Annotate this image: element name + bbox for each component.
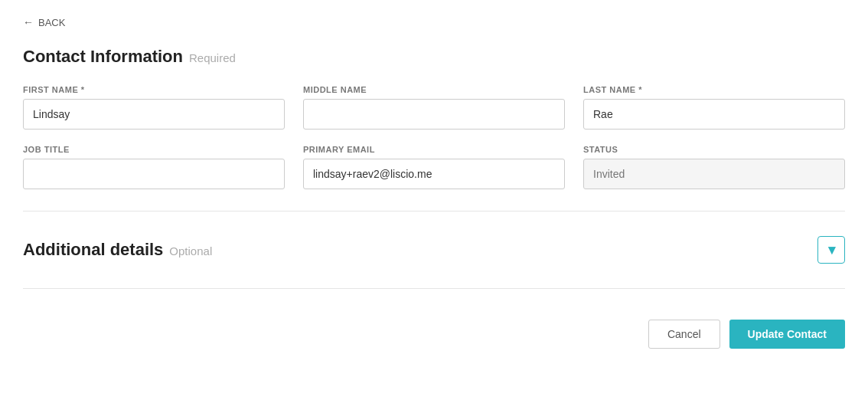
- middle-name-label: MIDDLE NAME: [303, 85, 565, 94]
- section-divider-2: [23, 288, 845, 289]
- section-divider: [23, 211, 845, 212]
- form-row-2: JOB TITLE PRIMARY EMAIL STATUS: [23, 145, 845, 189]
- primary-email-input[interactable]: [303, 159, 565, 189]
- chevron-down-icon: ▾: [828, 241, 835, 258]
- first-name-group: FIRST NAME *: [23, 85, 285, 130]
- primary-email-label: PRIMARY EMAIL: [303, 145, 565, 154]
- last-name-input[interactable]: [583, 99, 845, 130]
- middle-name-input[interactable]: [303, 99, 565, 130]
- action-bar: Cancel Update Contact: [23, 320, 845, 349]
- additional-title-main: Additional details: [23, 240, 163, 260]
- section-title-sub: Required: [189, 51, 236, 64]
- additional-title-sub: Optional: [169, 244, 212, 257]
- form-row-1: FIRST NAME * MIDDLE NAME LAST NAME *: [23, 85, 845, 130]
- first-name-label: FIRST NAME *: [23, 85, 285, 94]
- back-link[interactable]: ← BACK: [23, 16, 65, 28]
- first-name-input[interactable]: [23, 99, 285, 130]
- additional-details-section: Additional details Optional ▾: [23, 233, 845, 267]
- update-contact-button[interactable]: Update Contact: [729, 320, 845, 349]
- middle-name-group: MIDDLE NAME: [303, 85, 565, 130]
- cancel-button[interactable]: Cancel: [648, 320, 720, 349]
- section-title-main: Contact Information: [23, 47, 183, 67]
- last-name-group: LAST NAME *: [583, 85, 845, 130]
- status-label: STATUS: [583, 145, 845, 154]
- status-input: [583, 159, 845, 189]
- additional-details-toggle[interactable]: ▾: [817, 236, 845, 264]
- additional-title: Additional details Optional: [23, 240, 212, 260]
- page-container: ← BACK Contact Information Required FIRS…: [0, 0, 868, 364]
- back-arrow-icon: ←: [23, 16, 34, 28]
- section-title: Contact Information Required: [23, 47, 845, 67]
- primary-email-group: PRIMARY EMAIL: [303, 145, 565, 189]
- job-title-label: JOB TITLE: [23, 145, 285, 154]
- last-name-label: LAST NAME *: [583, 85, 845, 94]
- status-group: STATUS: [583, 145, 845, 189]
- job-title-group: JOB TITLE: [23, 145, 285, 189]
- back-label: BACK: [38, 17, 65, 28]
- job-title-input[interactable]: [23, 159, 285, 189]
